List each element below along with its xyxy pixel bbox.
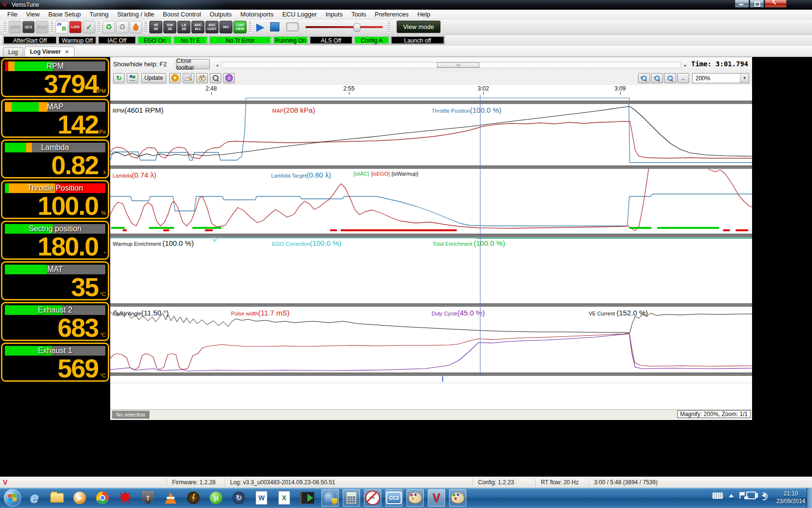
sync-app-icon[interactable]: ↻ bbox=[231, 490, 247, 506]
validate-check-button[interactable]: ✓ bbox=[83, 21, 95, 33]
close-toolbar-button[interactable]: Close toolbar bbox=[176, 59, 210, 69]
menu-tuning[interactable]: Tuning bbox=[85, 10, 113, 18]
scroll-left-icon[interactable]: ◂ bbox=[214, 62, 220, 68]
menu-boost-control[interactable]: Boost Control bbox=[159, 10, 205, 18]
volume-tray-icon[interactable] bbox=[762, 493, 766, 498]
gps-button[interactable]: GPS bbox=[9, 21, 21, 33]
chart-lambda[interactable]: Lambda(0.74 λ) Lambda Target(0.80 λ) [is… bbox=[110, 169, 752, 234]
chrome-icon[interactable] bbox=[94, 490, 111, 506]
chart-divider[interactable] bbox=[110, 101, 752, 104]
chart-rpm-map-tps[interactable]: RPM(4601 RPM) MAP(208 kPa) Throttle Posi… bbox=[110, 104, 752, 165]
ign-2d-button[interactable]: IGN2D bbox=[163, 21, 176, 33]
update-button[interactable]: Update bbox=[141, 73, 166, 83]
paint2-task[interactable] bbox=[449, 489, 466, 507]
fit-width-button[interactable]: ↔ bbox=[677, 73, 689, 83]
la-2d-button[interactable]: LA2D bbox=[177, 21, 190, 33]
start-button[interactable] bbox=[4, 489, 21, 507]
chart-config-button[interactable] bbox=[183, 73, 194, 83]
menu-inputs[interactable]: Inputs bbox=[321, 10, 347, 18]
tab-log-viewer[interactable]: Log Viewer✕ bbox=[25, 46, 74, 57]
view-mode-button[interactable]: View mode bbox=[397, 21, 440, 33]
update-globe-task[interactable] bbox=[321, 489, 339, 507]
menu-file[interactable]: File bbox=[3, 10, 22, 18]
slider-track[interactable] bbox=[305, 26, 383, 28]
paint-task[interactable] bbox=[406, 489, 424, 507]
minimize-button[interactable] bbox=[735, 0, 749, 8]
menu-base-setup[interactable]: Base Setup bbox=[44, 10, 85, 18]
settings-gear-button[interactable] bbox=[169, 73, 181, 83]
keyboard-tray-icon[interactable] bbox=[712, 493, 723, 499]
overview-strip[interactable] bbox=[110, 376, 752, 383]
chart-cursor[interactable] bbox=[480, 95, 480, 376]
world-of-tanks-icon[interactable]: T bbox=[140, 490, 156, 506]
utorrent-icon[interactable]: µ bbox=[208, 490, 224, 506]
menu-tools[interactable]: Tools bbox=[347, 10, 370, 18]
maximize-button[interactable] bbox=[750, 0, 764, 8]
tab-log[interactable]: Log bbox=[3, 47, 23, 57]
stop-button[interactable] bbox=[270, 22, 279, 31]
zoom-reset-button[interactable] bbox=[664, 73, 676, 83]
chart-enrichment[interactable]: Warmup Enrichment (100.0 %) EGO Correcti… bbox=[110, 237, 752, 303]
calculator-task[interactable] bbox=[343, 489, 360, 507]
series-label-warmup: Warmup Enrichment (100.0 %) bbox=[113, 239, 194, 247]
burn-flame-icon[interactable] bbox=[130, 21, 142, 33]
taskbar-clock[interactable]: 21:10 23/09/2014 bbox=[776, 490, 805, 505]
chart-divider[interactable] bbox=[110, 165, 752, 169]
internet-explorer-icon[interactable]: e bbox=[26, 490, 43, 506]
vlc-icon[interactable] bbox=[162, 490, 179, 506]
input-trigger-button[interactable]: IN R bbox=[56, 21, 68, 33]
users-button[interactable] bbox=[127, 73, 138, 83]
reload-config-icon[interactable]: ♻ bbox=[102, 21, 115, 33]
chart-divider[interactable] bbox=[110, 303, 752, 307]
daemon-tools-icon[interactable] bbox=[185, 490, 202, 506]
network-tray-icon[interactable] bbox=[746, 492, 756, 499]
chart-divider[interactable] bbox=[110, 373, 752, 376]
adc-cust-button[interactable]: ADCCUST bbox=[205, 21, 218, 33]
iac-button[interactable]: IAC bbox=[219, 21, 232, 33]
refresh-button[interactable]: ↻ bbox=[113, 73, 125, 83]
zoom-out-button[interactable]: − bbox=[651, 73, 663, 83]
close-button[interactable] bbox=[765, 0, 787, 8]
slider-handle[interactable] bbox=[353, 23, 361, 32]
export-button[interactable]: ↓ bbox=[223, 73, 235, 83]
reload-disabled-icon[interactable]: ♻ bbox=[116, 21, 129, 33]
scrollbar-thumb[interactable] bbox=[437, 62, 479, 68]
red-app-icon[interactable] bbox=[117, 490, 133, 506]
chart-divider[interactable] bbox=[110, 234, 752, 237]
action-center-flag-icon[interactable] bbox=[740, 492, 740, 499]
zoom-level-select[interactable]: 200% ▼ bbox=[692, 73, 749, 83]
menu-ecu-logger[interactable]: ECU Logger bbox=[278, 10, 321, 18]
gauge-exhaust1: Exhaust 1 569 °C bbox=[1, 343, 109, 382]
adc-all-button[interactable]: ADCALL bbox=[191, 21, 204, 33]
media-player-icon[interactable]: ▶ bbox=[72, 490, 88, 506]
colors-button[interactable] bbox=[196, 73, 208, 83]
excel-icon[interactable]: X bbox=[276, 490, 292, 506]
ecu-button[interactable]: ECU bbox=[36, 21, 48, 33]
snipping-tool-task[interactable]: ✂ bbox=[364, 489, 381, 507]
timeline-scrollbar[interactable] bbox=[221, 62, 681, 68]
file-explorer-icon[interactable] bbox=[49, 490, 65, 506]
zoom-in-button[interactable]: + bbox=[638, 73, 650, 83]
menu-preferences[interactable]: Preferences bbox=[370, 10, 413, 18]
vemstune-task[interactable]: V bbox=[428, 489, 445, 507]
word-icon[interactable]: W bbox=[253, 490, 270, 506]
menu-outputs[interactable]: Outputs bbox=[205, 10, 236, 18]
na-button[interactable]: N/A bbox=[22, 21, 35, 33]
log-view-button[interactable]: LOGVIEW bbox=[233, 21, 246, 33]
video-converter-icon[interactable] bbox=[299, 490, 315, 506]
menu-view[interactable]: View bbox=[22, 10, 44, 18]
scroll-right-icon[interactable]: ▸ bbox=[682, 62, 688, 68]
log-button[interactable]: LOG bbox=[69, 21, 82, 33]
tab-close-icon[interactable]: ✕ bbox=[65, 49, 69, 55]
comment-bubble-icon[interactable] bbox=[286, 22, 299, 31]
menu-starting-idle[interactable]: Starting / Idle bbox=[113, 10, 159, 18]
play-button[interactable]: ▶ bbox=[256, 22, 264, 32]
ve-3d-button[interactable]: VE3D bbox=[149, 21, 162, 33]
cc3-task[interactable]: CC3 bbox=[385, 489, 403, 507]
menu-motorsports[interactable]: Motorsports bbox=[236, 10, 278, 18]
show-desktop-button[interactable] bbox=[807, 488, 812, 508]
menu-help[interactable]: Help bbox=[413, 10, 435, 18]
chart-spark-pulse[interactable]: Spark Angle(11.50 °) Pulse width(11.7 mS… bbox=[110, 307, 752, 373]
search-button[interactable] bbox=[210, 73, 221, 83]
tray-expand-icon[interactable] bbox=[729, 494, 734, 497]
